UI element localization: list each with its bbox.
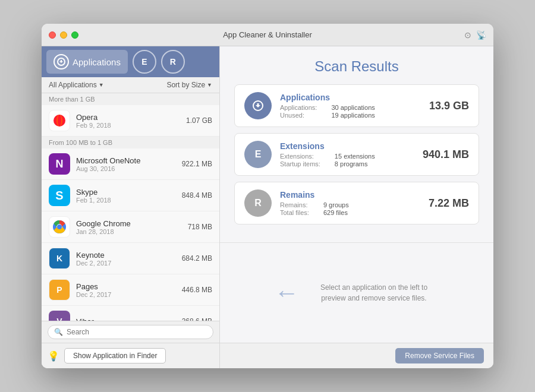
refresh-icon[interactable]: ⊙ xyxy=(464,30,471,40)
window-title: App Cleaner & Uninstaller xyxy=(223,30,312,39)
tab-applications[interactable]: Applications xyxy=(46,50,128,74)
main-window: App Cleaner & Uninstaller ⊙ 📡 Applicatio… xyxy=(42,24,493,368)
viber-icon: V xyxy=(49,311,70,321)
onenote-info: Microsoft OneNote Aug 30, 2016 xyxy=(76,156,176,172)
extensions-result-name: Extensions xyxy=(280,141,414,151)
keynote-icon: K xyxy=(49,248,70,269)
app-list: More than 1 GB Opera Feb 9, 2018 xyxy=(42,93,219,321)
tab-extensions[interactable]: E xyxy=(133,50,156,74)
bottom-bar-right: Remove Service Files xyxy=(220,343,493,368)
maximize-button[interactable] xyxy=(71,31,78,39)
skype-icon: S xyxy=(49,185,70,206)
extensions-result-size: 940.1 MB xyxy=(423,148,469,161)
close-button[interactable] xyxy=(49,31,56,39)
tab-remains[interactable]: R xyxy=(161,50,185,74)
list-item[interactable]: K Keynote Dec 2, 2017 684.2 MB xyxy=(42,243,219,274)
search-input-wrap: 🔍 xyxy=(48,325,213,339)
chrome-info: Google Chrome Jan 28, 2018 xyxy=(76,219,182,235)
remains-tab-label: R xyxy=(170,57,176,67)
svg-point-2 xyxy=(58,115,61,127)
sort-dropdown[interactable]: Sort by Size ▼ xyxy=(166,81,212,89)
remove-service-files-button[interactable]: Remove Service Files xyxy=(395,348,484,363)
filter-bar: All Applications ▼ Sort by Size ▼ xyxy=(42,77,219,93)
preview-text: Select an application on the left to pre… xyxy=(309,282,439,304)
all-applications-dropdown[interactable]: All Applications ▼ xyxy=(49,81,104,89)
keynote-info: Keynote Dec 2, 2017 xyxy=(76,251,176,267)
applications-result-name: Applications xyxy=(280,93,421,102)
applications-result-rows: Applications: Unused: 30 applications 19… xyxy=(280,104,421,119)
pages-icon: P xyxy=(49,279,70,301)
svg-point-5 xyxy=(57,225,62,229)
applications-result-icon xyxy=(244,92,272,119)
traffic-lights xyxy=(49,31,78,39)
remains-result-icon: R xyxy=(244,189,272,217)
right-panel: Scan Results Applications Applications: xyxy=(220,46,493,368)
arrow-left-icon: ← xyxy=(274,280,299,305)
list-item[interactable]: P Pages Dec 2, 2017 446.8 MB xyxy=(42,274,219,306)
main-content: Applications E R All Applications ▼ Sort… xyxy=(42,46,493,368)
search-input[interactable] xyxy=(67,328,207,336)
bottom-bar-left: 💡 Show Application in Finder xyxy=(42,343,219,368)
extensions-tab-label: E xyxy=(141,57,147,67)
opera-info: Opera Feb 9, 2018 xyxy=(76,113,180,129)
list-item[interactable]: S Skype Feb 1, 2018 848.4 MB xyxy=(42,180,219,211)
pages-info: Pages Dec 2, 2017 xyxy=(76,282,176,298)
remains-result-name: Remains xyxy=(280,190,420,200)
skype-info: Skype Feb 1, 2018 xyxy=(76,188,176,204)
remains-result-size: 7.22 MB xyxy=(429,197,469,210)
tab-bar: Applications E R xyxy=(42,46,219,77)
extensions-result-details: Extensions Extensions: Startup items: 15… xyxy=(280,141,414,167)
opera-icon xyxy=(49,110,70,131)
search-icon: 🔍 xyxy=(54,328,63,336)
hint-icon: 💡 xyxy=(48,350,59,362)
section-header-100mb: From 100 MB to 1 GB xyxy=(42,137,219,148)
list-item[interactable]: V Viber 368.6 MB xyxy=(42,306,219,321)
section-header-1gb: More than 1 GB xyxy=(42,93,219,105)
applications-result-size: 13.9 GB xyxy=(429,100,469,112)
scan-results-title: Scan Results xyxy=(234,58,479,75)
search-bar: 🔍 xyxy=(42,321,219,343)
chrome-icon xyxy=(49,216,70,238)
applications-result-details: Applications Applications: Unused: 30 ap… xyxy=(280,93,421,119)
list-item[interactable]: Google Chrome Jan 28, 2018 718 MB xyxy=(42,211,219,243)
left-panel: Applications E R All Applications ▼ Sort… xyxy=(42,46,220,368)
scan-results-area: Scan Results Applications Applications: xyxy=(220,46,493,242)
show-in-finder-button[interactable]: Show Application in Finder xyxy=(64,348,166,363)
titlebar-action-icons: ⊙ 📡 xyxy=(464,30,486,40)
share-icon[interactable]: 📡 xyxy=(476,30,486,40)
remains-result-details: Remains Remains: Total files: 9 groups 6… xyxy=(280,190,420,216)
preview-area: ← Select an application on the left to p… xyxy=(220,242,493,343)
extensions-result-icon: E xyxy=(244,141,272,168)
onenote-icon: N xyxy=(49,153,70,175)
titlebar: App Cleaner & Uninstaller ⊙ 📡 xyxy=(42,24,493,46)
extensions-result-card[interactable]: E Extensions Extensions: Startup items: … xyxy=(234,133,479,176)
remains-result-rows: Remains: Total files: 9 groups 629 files xyxy=(280,201,420,216)
extensions-result-rows: Extensions: Startup items: 15 extensions… xyxy=(280,153,414,167)
applications-result-card[interactable]: Applications Applications: Unused: 30 ap… xyxy=(234,84,479,127)
applications-tab-label: Applications xyxy=(73,57,121,67)
remains-result-card[interactable]: R Remains Remains: Total files: 9 groups… xyxy=(234,182,479,225)
applications-tab-icon xyxy=(54,54,69,69)
list-item[interactable]: N Microsoft OneNote Aug 30, 2016 922.1 M… xyxy=(42,148,219,180)
list-item[interactable]: Opera Feb 9, 2018 1.07 GB xyxy=(42,105,219,137)
minimize-button[interactable] xyxy=(60,31,67,39)
